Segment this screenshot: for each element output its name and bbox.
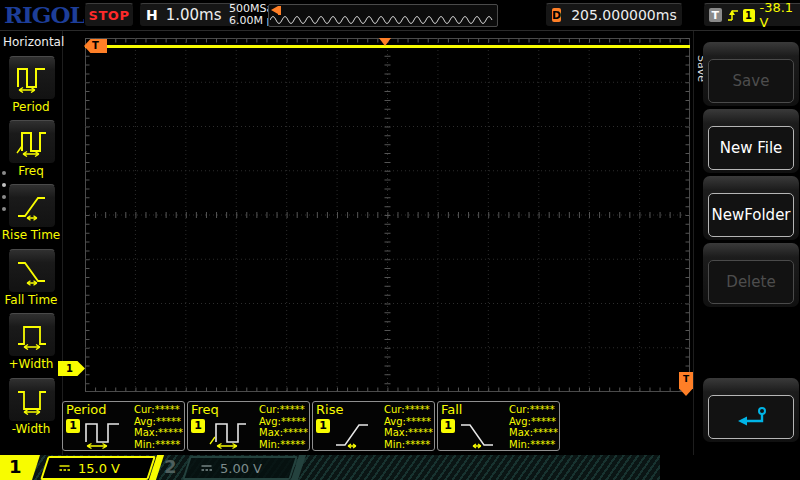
new-file-button[interactable]: New File <box>708 126 794 170</box>
rise-icon <box>332 416 376 450</box>
waveform-preview <box>268 4 498 27</box>
channel2-status[interactable]: 5.00 V <box>182 456 298 480</box>
measurement-card-period[interactable]: Period 1 Cur:***** Avg:***** Max:***** M… <box>62 401 185 451</box>
measurement-card-fall[interactable]: Fall 1 Cur:***** Avg:***** Max:***** Min… <box>437 401 560 451</box>
measure-item-fall-time-label: Fall Time <box>0 293 62 307</box>
back-arrow-icon <box>732 406 770 428</box>
trigger-level-value: -38.1 V <box>760 0 800 30</box>
back-button[interactable] <box>708 395 794 439</box>
measurement-card-rise[interactable]: Rise 1 Cur:***** Avg:***** Max:***** Min… <box>312 401 435 451</box>
trigger-badge: T <box>709 8 722 22</box>
right-save-menu: Save Save New File NewFolder Delete <box>693 31 800 455</box>
freq-icon <box>207 416 251 450</box>
measure-item-pos-width[interactable] <box>8 313 56 357</box>
measure-item-fall-time[interactable] <box>8 249 56 293</box>
freq-icon <box>15 127 49 157</box>
channel1-zero-marker[interactable]: 1 <box>58 361 85 376</box>
measurement-card-freq[interactable]: Freq 1 Cur:***** Avg:***** Max:***** Min… <box>187 401 310 451</box>
delay-badge: D <box>552 8 561 22</box>
measurement-values: Cur:***** Avg:***** Max:***** Min:***** <box>509 404 558 450</box>
trigger-level-marker[interactable]: T <box>679 372 693 396</box>
dc-coupling-icon <box>58 463 71 473</box>
measure-item-neg-width-label: -Width <box>0 422 62 436</box>
measure-item-rise-time-label: Rise Time <box>0 228 62 242</box>
measurement-values: Cur:***** Avg:***** Max:***** Min:***** <box>259 404 308 450</box>
measure-item-period-label: Period <box>0 100 62 114</box>
measurement-name: Fall <box>441 402 462 417</box>
dc-coupling-icon <box>200 463 213 473</box>
menu-slot <box>703 378 799 442</box>
channel1-scale: 15.0 V <box>78 461 120 476</box>
measurement-values: Cur:***** Avg:***** Max:***** Min:***** <box>134 404 183 450</box>
waveform-display: T 1 T <box>85 38 690 392</box>
menu-page-dot <box>2 171 6 175</box>
measurement-name: Period <box>66 402 107 417</box>
measurement-channel-badge: 1 <box>66 419 80 433</box>
delete-button[interactable]: Delete <box>708 260 794 304</box>
delay-value: 205.000000ms <box>571 7 677 23</box>
measurement-channel-badge: 1 <box>441 419 455 433</box>
preview-waveform-icon <box>270 7 494 25</box>
trigger-box: T 1 -38.1 V <box>703 3 800 27</box>
menu-page-dot <box>2 195 6 199</box>
trigger-source-badge: 1 <box>743 9 755 22</box>
timebase-value: 1.00ms <box>166 6 222 24</box>
fall-icon <box>457 416 501 450</box>
delay-box: D 205.000000ms <box>545 3 683 27</box>
measurement-name: Rise <box>316 402 343 417</box>
top-status-bar: RIGOL STOP H 1.00ms 500MSa/s 6.00M pts D… <box>0 0 800 31</box>
new-folder-button[interactable]: NewFolder <box>708 193 794 237</box>
menu-page-dot <box>2 207 6 211</box>
measure-item-rise-time[interactable] <box>8 184 56 228</box>
measurement-name: Freq <box>191 402 219 417</box>
horizontal-timebase-box: H 1.00ms <box>139 3 239 27</box>
period-icon <box>82 416 126 450</box>
measurement-channel-badge: 1 <box>191 419 205 433</box>
measurement-values: Cur:***** Avg:***** Max:***** Min:***** <box>384 404 433 450</box>
run-state-indicator: STOP <box>84 3 134 27</box>
run-state-label: STOP <box>89 8 130 23</box>
measure-item-neg-width[interactable] <box>8 378 56 422</box>
channel2-number[interactable]: 2 <box>164 456 177 477</box>
horizontal-label: H <box>146 7 158 23</box>
rise-time-icon <box>15 191 49 221</box>
left-menu-title: Horizontal <box>3 35 64 49</box>
rigol-logo: RIGOL <box>4 1 85 28</box>
pos-width-icon <box>15 320 49 350</box>
menu-slot: Delete <box>703 243 799 307</box>
measurement-channel-badge: 1 <box>316 419 330 433</box>
channel-status-bar: 1 15.0 V 2 5.00 V <box>0 455 800 480</box>
save-button[interactable]: Save <box>708 59 794 103</box>
menu-slot: NewFolder <box>703 176 799 240</box>
fall-time-icon <box>15 256 49 286</box>
menu-slot: Save <box>703 42 799 106</box>
measure-item-pos-width-label: +Width <box>0 357 62 371</box>
rising-edge-icon <box>727 8 738 23</box>
neg-width-icon <box>15 385 49 415</box>
menu-page-dot <box>2 183 6 187</box>
graticule <box>85 38 690 392</box>
left-measure-menu: Horizontal Period Freq Rise Time <box>0 31 63 455</box>
measure-item-period[interactable] <box>8 56 56 100</box>
channel2-scale: 5.00 V <box>220 461 262 476</box>
measure-item-freq[interactable] <box>8 120 56 164</box>
measure-item-freq-label: Freq <box>0 164 62 178</box>
oscilloscope-screen: RIGOL STOP H 1.00ms 500MSa/s 6.00M pts D… <box>0 0 800 480</box>
channel1-status[interactable]: 15.0 V <box>40 456 156 480</box>
menu-slot: New File <box>703 109 799 173</box>
trigger-position-marker[interactable] <box>379 38 391 46</box>
period-icon <box>15 63 49 93</box>
